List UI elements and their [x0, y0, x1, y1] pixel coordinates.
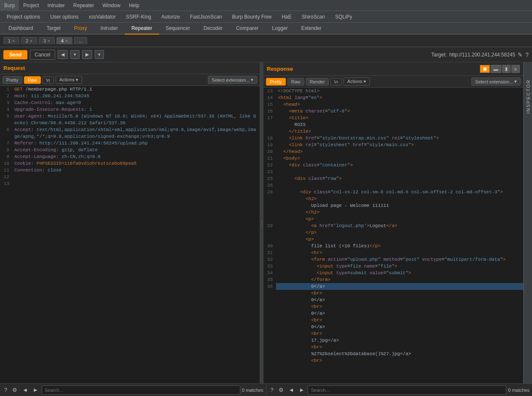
response-code-area[interactable]: 13 <!DOCTYPE html> 14 <html lang="en"> 1… — [263, 88, 523, 383]
repeater-tab-more[interactable]: ... — [74, 37, 87, 44]
resp-line-0a2: 0</a> — [263, 297, 523, 303]
response-actions-button[interactable]: Actions ▾ — [343, 78, 370, 86]
repeater-toolbar: Send Cancel ◀ ▾ ▶ ▾ Target: http://111.2… — [0, 47, 532, 62]
view-vertical-button[interactable]: ▮ — [502, 65, 511, 73]
request-tab-n[interactable]: \n — [43, 76, 54, 84]
resp-line-26: 26 — [263, 182, 523, 189]
repeater-tab-2[interactable]: 2 × — [21, 37, 37, 44]
tab-ssrf-king[interactable]: SSRF-King — [121, 11, 156, 23]
view-options-button[interactable]: ≡ — [511, 65, 520, 73]
response-search-back-icon[interactable]: ◄ — [287, 386, 296, 394]
repeater-tab-bar: 1 × 2 × 3 × 4 × ... — [0, 35, 532, 47]
resp-line-p2: <p> — [263, 236, 523, 243]
resp-line-32: 32 <form action="upload.php" method="pos… — [263, 256, 523, 263]
resp-ext-dropdown-icon: ▾ — [514, 79, 517, 84]
tab-shiroscan[interactable]: ShiroScan — [297, 11, 330, 23]
response-header: Response ▣ ▬ ▮ ≡ — [263, 62, 523, 76]
cancel-button[interactable]: Cancel — [30, 50, 55, 60]
tab-fastjsonscan[interactable]: FastJsonScan — [185, 11, 227, 23]
request-search-forward-icon[interactable]: ► — [31, 386, 40, 394]
nav-comparer[interactable]: Comparer — [229, 23, 265, 35]
tab-sqlipy[interactable]: SQLiPy — [330, 11, 357, 23]
response-tab-render[interactable]: Render — [306, 78, 329, 86]
resp-line-31: 31 <hr> — [263, 249, 523, 256]
request-actions-button[interactable]: Actions ▾ — [56, 76, 82, 84]
repeater-tab-3[interactable]: 3 × — [39, 37, 55, 44]
request-search-settings-icon[interactable]: ⚙ — [11, 386, 19, 394]
request-tab-raw[interactable]: Raw — [24, 76, 41, 84]
resp-line-13: 13 <!DOCTYPE html> — [263, 88, 523, 94]
nav-decoder[interactable]: Decoder — [197, 23, 229, 35]
req-line-3: 3 Cache-Control: max-age=0 — [0, 99, 260, 106]
send-button[interactable]: Send — [3, 50, 27, 59]
response-search-help-icon[interactable]: ? — [269, 386, 275, 394]
resp-line-25: 25 <div class="row"> — [263, 175, 523, 182]
nav-forward-button[interactable]: ▶ — [82, 50, 92, 59]
nav-back-button[interactable]: ◀ — [58, 50, 68, 59]
resp-line-17jpg: 17.jpg</a> — [263, 337, 523, 344]
nav-dropdown-button[interactable]: ▾ — [70, 50, 80, 59]
response-tab-raw[interactable]: Raw — [287, 78, 304, 86]
help-icon[interactable]: ? — [525, 51, 529, 58]
response-search-forward-icon[interactable]: ► — [298, 386, 306, 394]
req-line-1: 1 GET /memberpage.php HTTP/1.1 — [0, 86, 260, 93]
menu-burp[interactable]: Burp — [0, 0, 19, 11]
resp-line-35: 35 </form> — [263, 276, 523, 283]
tab-project-options[interactable]: Project options — [2, 11, 45, 23]
menu-help[interactable]: Help — [125, 0, 144, 11]
nav-tab-bar: Dashboard Target Proxy Intruder Repeater… — [0, 23, 532, 35]
req-line-4: 4 Upgrade-Insecure-Requests: 1 — [0, 106, 260, 113]
view-horizontal-button[interactable]: ▬ — [491, 65, 501, 73]
tab-xssvalidator[interactable]: xssValidator — [84, 11, 121, 23]
response-title: Response — [267, 66, 293, 72]
nav-forward-dropdown-button[interactable]: ▾ — [95, 50, 104, 59]
close-tab-1-icon[interactable]: × — [12, 39, 15, 43]
tab-user-options[interactable]: User options — [45, 11, 83, 23]
repeater-tab-4[interactable]: 4 × — [56, 37, 72, 44]
resp-line-20: 20 </head> — [263, 148, 523, 155]
menu-repeater[interactable]: Repeater — [69, 0, 98, 11]
request-ext-button[interactable]: Select extension... ▾ — [208, 76, 257, 84]
req-line-13: 13 — [0, 180, 260, 187]
resp-line-22: 22 <div class="container"> — [263, 162, 523, 169]
request-tab-pretty[interactable]: Pretty — [3, 76, 22, 84]
response-ext-button[interactable]: Select extension... ▾ — [471, 78, 521, 86]
nav-dashboard[interactable]: Dashboard — [2, 23, 40, 35]
response-search-settings-icon[interactable]: ⚙ — [277, 386, 285, 394]
menu-intruder[interactable]: Intruder — [43, 0, 69, 11]
resp-line-h2-close: </h2> — [263, 209, 523, 216]
close-tab-3-icon[interactable]: × — [48, 39, 50, 43]
menu-window[interactable]: Window — [98, 0, 125, 11]
request-search-input[interactable] — [42, 385, 240, 395]
request-code-area[interactable]: 1 GET /memberpage.php HTTP/1.1 2 Host: 1… — [0, 86, 260, 383]
resp-line-28: 28 <div class="col-xs-12 col-sm-8 col-md… — [263, 189, 523, 195]
tab-burp-bounty-free[interactable]: Burp Bounty Free — [227, 11, 277, 23]
close-tab-2-icon[interactable]: × — [30, 39, 32, 43]
tab-autorize[interactable]: Autorize — [156, 11, 185, 23]
request-search-help-icon[interactable]: ? — [3, 386, 9, 394]
nav-extender[interactable]: Extender — [295, 23, 328, 35]
menu-project[interactable]: Project — [19, 0, 43, 11]
nav-repeater[interactable]: Repeater — [125, 23, 159, 35]
response-tab-n[interactable]: \n — [330, 78, 342, 86]
resp-line-30: 30 file list (<10 files)</p> — [263, 243, 523, 249]
nav-target[interactable]: Target — [40, 23, 67, 35]
panel-divider[interactable] — [260, 62, 263, 383]
nav-proxy[interactable]: Proxy — [67, 23, 94, 35]
nav-intruder[interactable]: Intruder — [94, 23, 125, 35]
response-tab-pretty[interactable]: Pretty — [266, 78, 286, 86]
view-split-button[interactable]: ▣ — [480, 65, 490, 73]
req-line-10: 10 Cookie: PHPSESSID=116fa0vdiohrkutscab… — [0, 160, 260, 167]
response-panel: Response ▣ ▬ ▮ ≡ Pretty Raw Render \n Ac… — [263, 62, 524, 383]
close-tab-4-icon[interactable]: × — [65, 39, 68, 43]
resp-line-br3: <br> — [263, 317, 523, 324]
nav-logger[interactable]: Logger — [265, 23, 294, 35]
repeater-tab-1[interactable]: 1 × — [3, 37, 19, 44]
response-search-section: ? ⚙ ◄ ► 0 matches — [266, 385, 532, 395]
edit-target-icon[interactable]: ✎ — [518, 51, 523, 58]
request-search-back-icon[interactable]: ◄ — [21, 386, 29, 394]
inspector-panel[interactable]: INSPECTOR — [524, 62, 532, 383]
nav-sequencer[interactable]: Sequencer — [159, 23, 197, 35]
response-search-input[interactable] — [308, 385, 506, 395]
tab-hae[interactable]: HaE — [277, 11, 296, 23]
